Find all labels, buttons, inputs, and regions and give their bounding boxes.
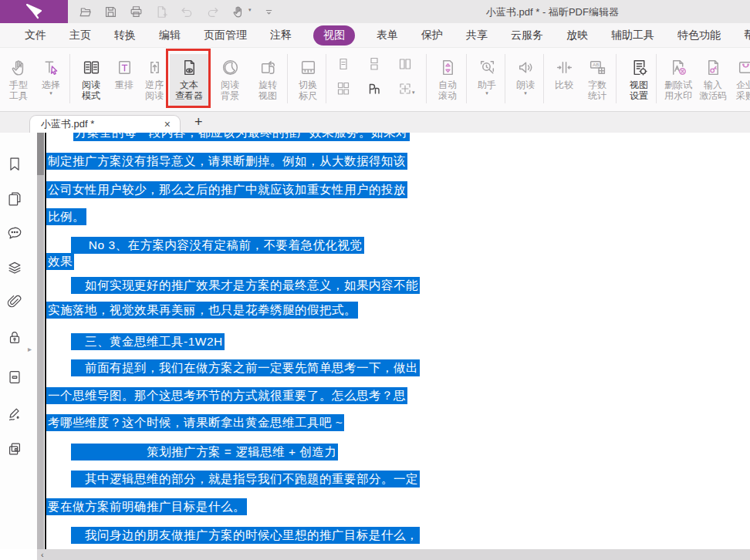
highlighted-text: 考哪些维度？这个时候，请果断拿出黄金思维工具吧 ~ <box>46 414 344 431</box>
read-mode-button[interactable]: 阅读 模式 <box>74 54 108 108</box>
pages-panel-icon[interactable] <box>6 191 23 207</box>
comments-panel-icon[interactable] <box>6 224 23 241</box>
selected-text-line[interactable]: 方案全的每一段内容，都应该为最终的推广效果服务。如果对 <box>73 133 410 140</box>
scroll-left-icon[interactable]: ‹ <box>37 551 44 558</box>
selected-text-line[interactable]: 考哪些维度？这个时候，请果断拿出黄金思维工具吧 ~ <box>46 416 344 430</box>
ribbon-toolbar: 手型 工具 选择 ▾ 阅读 模式 重排 逆序 阅读 文本 查看器 阅读 背景 旋… <box>0 48 750 112</box>
menu-item[interactable]: 帮助 <box>742 25 750 46</box>
menu-item[interactable]: 辅助工具 <box>610 25 656 46</box>
menu-item[interactable]: 放映 <box>565 25 590 46</box>
touch-mode-caret-icon[interactable]: ▾ <box>248 7 252 13</box>
destinations-panel-icon[interactable] <box>6 369 23 386</box>
selected-text-line[interactable]: 实施落地，视觉效果再美丽，也只是花拳绣腿的假把式。 <box>46 303 358 317</box>
remove-trial-watermark-button[interactable]: 删除试 用水印 <box>660 54 696 108</box>
single-page-layout-icon[interactable] <box>336 57 350 71</box>
facing-continuous-layout-icon[interactable] <box>336 82 350 96</box>
selected-text-line[interactable]: 策划推广方案 = 逻辑思维 + 创造力 <box>71 445 338 459</box>
reverse-reading-icon <box>139 54 170 77</box>
ribbon-separator <box>656 54 657 103</box>
ribbon-separator <box>326 54 326 103</box>
selected-text-line[interactable]: 效果 <box>46 255 74 268</box>
reflow-button[interactable]: 重排 <box>110 54 139 108</box>
touch-mode-icon[interactable] <box>230 4 245 19</box>
split-view-icon[interactable] <box>367 82 381 96</box>
reverse-reading-button[interactable]: 逆序 阅读 <box>139 54 170 108</box>
menu-item[interactable]: 转换 <box>113 25 137 46</box>
assistant-button[interactable]: 助手 ▾ <box>471 54 503 108</box>
attachments-panel-icon[interactable] <box>6 294 23 311</box>
document-tab[interactable]: 小蓝书.pdf * × <box>29 115 181 133</box>
customize-toolbar-icon[interactable] <box>262 4 277 19</box>
toggle-ruler-button[interactable]: 切换 标尺 <box>292 54 324 108</box>
selected-text-line[interactable]: 前面有提到，我们在做方案之前一定要先简单思考一下，做出 <box>71 361 420 375</box>
layers-panel-icon[interactable] <box>6 259 23 276</box>
quick-access-toolbar: ▾ <box>77 0 277 23</box>
enter-activation-code-button[interactable]: 输入 激活码 <box>698 54 728 108</box>
four-pane-view-icon[interactable] <box>398 82 412 96</box>
selected-text-line[interactable]: 比例。 <box>46 210 86 224</box>
bookmarks-panel-icon[interactable] <box>6 156 23 173</box>
menu-item[interactable]: 文件 <box>23 25 48 46</box>
compare-button[interactable]: 比较 <box>549 54 579 108</box>
selected-text-line[interactable]: 公司女性用户较少，那么之后的推广中就应该加重女性用户的投放 <box>46 183 407 197</box>
view-settings-button[interactable]: 视图 设置 <box>622 54 656 108</box>
new-page-icon[interactable] <box>154 4 169 19</box>
vertical-scrollbar[interactable] <box>37 133 44 549</box>
read-aloud-button[interactable]: 朗读 ▾ <box>509 54 542 108</box>
menu-item[interactable]: 注释 <box>269 25 293 46</box>
continuous-layout-icon[interactable] <box>367 57 381 71</box>
ribbon-separator <box>466 54 467 103</box>
menu-item[interactable]: 保护 <box>420 25 444 46</box>
highlighted-text: 效果 <box>46 253 74 270</box>
facing-layout-icon[interactable] <box>398 57 412 71</box>
word-count-button[interactable]: AB 字数 统计 <box>580 54 614 108</box>
selected-text-line[interactable]: 其中逻辑思维的部分，就是指导我们不跑题的重要部分。一定 <box>71 472 420 486</box>
selected-text-line[interactable]: 我问身边的朋友做推广方案的时候心里想的推广目标是什么， <box>71 528 420 542</box>
reading-background-button[interactable]: 阅读 背景 <box>213 54 247 108</box>
rotate-view-button[interactable]: 旋转 视图 <box>250 54 285 108</box>
text-viewer-button[interactable]: 文本 查看器 <box>170 54 208 108</box>
print-icon[interactable] <box>128 4 144 19</box>
hand-tool-button[interactable]: 手型 工具 <box>3 54 34 108</box>
selected-text-line[interactable]: 要在做方案前明确推广目标是什么。 <box>46 500 247 514</box>
redo-icon[interactable] <box>204 4 220 19</box>
undo-icon[interactable] <box>179 4 194 19</box>
selected-text-line[interactable]: 如何实现更好的推广效果才是方案的最终意义，如果内容不能 <box>71 278 420 292</box>
menu-item[interactable]: 表单 <box>375 25 400 46</box>
close-tab-icon[interactable]: × <box>163 119 172 130</box>
highlighted-text: 一个思维导图。那个这思考环节的方式就很重要了。怎么思考？思 <box>46 387 407 404</box>
save-icon[interactable] <box>103 4 118 19</box>
new-tab-icon[interactable]: + <box>191 114 206 130</box>
activation-key-icon <box>698 54 728 77</box>
menu-item[interactable]: 特色功能 <box>676 25 722 46</box>
ribbon-separator <box>505 54 505 103</box>
selected-text-line[interactable]: 一个思维导图。那个这思考环节的方式就很重要了。怎么思考？思 <box>46 389 407 403</box>
menu-item[interactable]: 共享 <box>465 25 489 46</box>
selected-text-line[interactable]: 制定推广方案没有指导意义，请果断删掉。例如，从大数据得知该 <box>46 154 407 168</box>
horizontal-scrollbar[interactable]: ‹ <box>37 549 750 560</box>
panel-expand-icon[interactable]: ▸ <box>28 345 32 353</box>
menu-item[interactable]: 云服务 <box>509 25 545 46</box>
highlighted-text: 策划推广方案 = 逻辑思维 + 创造力 <box>71 444 338 460</box>
compare-icon <box>549 54 579 77</box>
remove-watermark-icon <box>660 54 696 77</box>
highlighted-text: No 3、在方案内容没有定稿前，不要着急优化视觉 <box>71 237 364 254</box>
auto-scroll-button[interactable]: 自动 滚动 <box>431 54 465 108</box>
menu-item[interactable]: 视图 <box>313 25 355 46</box>
open-file-icon[interactable] <box>77 4 93 19</box>
menu-item[interactable]: 页面管理 <box>202 25 248 46</box>
highlighted-text: 方案全的每一段内容，都应该为最终的推广效果服务。如果对 <box>73 133 410 141</box>
enterprise-purchase-button[interactable]: 企业 采购 <box>730 54 750 108</box>
select-tool-button[interactable]: 选择 ▾ <box>35 54 66 108</box>
vertical-scrollbar-thumb[interactable] <box>37 133 44 175</box>
selected-text-line[interactable]: 三、黄金思维工具-1W2H <box>71 335 225 349</box>
menu-bar: 文件主页转换编辑页面管理注释视图表单保护共享云服务放映辅助工具特色功能帮助 <box>0 23 750 48</box>
menu-item[interactable]: 主页 <box>68 25 93 46</box>
selected-text-line[interactable]: No 3、在方案内容没有定稿前，不要着急优化视觉 <box>71 238 364 252</box>
layout-caret-icon[interactable]: ▾ <box>412 89 415 96</box>
security-panel-icon[interactable] <box>6 329 23 346</box>
menu-item[interactable]: 编辑 <box>157 25 182 46</box>
fields-panel-icon[interactable] <box>6 440 23 457</box>
signature-panel-icon[interactable] <box>6 406 23 423</box>
highlighted-text: 公司女性用户较少，那么之后的推广中就应该加重女性用户的投放 <box>46 181 407 198</box>
